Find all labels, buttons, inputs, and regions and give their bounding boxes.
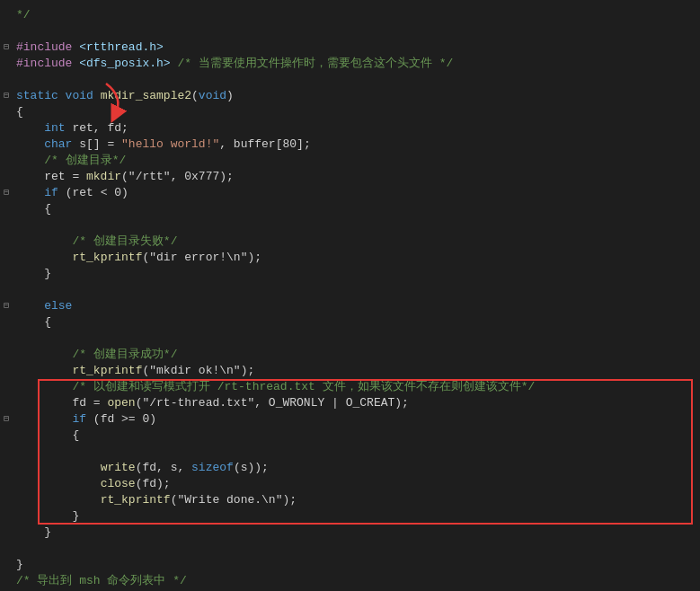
fold-icon[interactable] [0,444,13,445]
fold-icon[interactable] [0,541,13,542]
fold-icon[interactable] [0,120,13,122]
fold-icon[interactable]: ⊟ [0,411,13,424]
code-content: rt_kprintf("mkdir ok!\n"); [13,363,700,379]
code-content: /* 以创建和读写模式打开 /rt-thread.txt 文件，如果该文件不存在… [13,379,700,395]
code-line [0,282,700,298]
code-line: rt_kprintf("Write done.\n"); [0,492,700,508]
code-editor: */ ⊟#include <rtthread.h>#include <dfs_p… [0,0,700,591]
code-line: { [0,201,700,217]
code-line: } [0,557,700,573]
code-line: } [0,525,700,541]
code-content: if (fd >= 0) [13,411,700,428]
code-line: /* 以创建和读写模式打开 /rt-thread.txt 文件，如果该文件不存在… [0,379,700,395]
code-content [13,331,700,347]
fold-icon[interactable] [0,56,13,57]
code-content: { [13,314,700,331]
fold-icon[interactable] [0,169,13,171]
code-content: int ret, fd; [13,120,700,137]
fold-icon[interactable] [0,347,13,348]
code-line [0,72,700,88]
fold-icon[interactable] [0,460,13,462]
code-content [13,23,700,40]
fold-icon[interactable] [0,250,13,251]
fold-icon[interactable] [0,153,13,154]
fold-icon[interactable] [0,476,13,478]
code-line: { [0,104,700,120]
fold-icon[interactable] [0,104,13,106]
fold-icon[interactable] [0,573,13,575]
code-line: rt_kprintf("dir error!\n"); [0,250,700,266]
code-line: ⊟ if (fd >= 0) [0,411,700,428]
fold-icon[interactable] [0,217,13,219]
code-content: /* 创建目录*/ [13,153,700,169]
code-line: fd = open("/rt-thread.txt", O_WRONLY | O… [0,395,700,411]
code-content: rt_kprintf("Write done.\n"); [13,492,700,508]
code-line: /* 创建目录失败*/ [0,234,700,250]
fold-icon[interactable] [0,331,13,332]
code-line: ret = mkdir("/rtt", 0x777); [0,169,700,185]
code-line: { [0,314,700,331]
fold-icon[interactable] [0,314,13,316]
fold-icon[interactable]: ⊟ [0,40,13,52]
code-content: if (ret < 0) [13,185,700,201]
code-content: } [13,525,700,541]
fold-icon[interactable] [0,428,13,429]
code-content: fd = open("/rt-thread.txt", O_WRONLY | O… [13,395,700,411]
fold-icon[interactable] [0,23,13,25]
fold-icon[interactable] [0,137,13,138]
code-content: { [13,104,700,120]
fold-icon[interactable]: ⊟ [0,185,13,198]
code-content: ret = mkdir("/rtt", 0x777); [13,169,700,185]
code-line: /* 导出到 msh 命令列表中 */ [0,573,700,589]
code-content: */ [13,7,700,23]
code-content: #include <dfs_posix.h> /* 当需要使用文件操作时，需要包… [13,56,700,72]
code-line: /* 创建目录成功*/ [0,347,700,363]
code-line: } [0,508,700,525]
code-content: /* 创建目录失败*/ [13,234,700,250]
code-content: /* 导出到 msh 命令列表中 */ [13,573,700,589]
fold-icon[interactable] [0,201,13,203]
fold-icon[interactable] [0,557,13,559]
fold-icon[interactable]: ⊟ [0,298,13,311]
code-content: { [13,201,700,217]
code-content: rt_kprintf("dir error!\n"); [13,250,700,266]
code-line: ⊟static void mkdir_sample2(void) [0,88,700,104]
code-content: /* 创建目录成功*/ [13,347,700,363]
fold-icon[interactable] [0,282,13,284]
code-lines: */ ⊟#include <rtthread.h>#include <dfs_p… [0,7,700,591]
code-content: } [13,557,700,573]
fold-icon[interactable] [0,363,13,365]
code-content: else [13,298,700,314]
code-line [0,217,700,234]
code-line: } [0,266,700,282]
code-content [13,541,700,557]
code-line [0,23,700,40]
fold-icon[interactable] [0,395,13,397]
code-content: static void mkdir_sample2(void) [13,88,700,104]
fold-icon[interactable] [0,379,13,381]
code-content [13,217,700,234]
code-content: } [13,508,700,525]
fold-icon[interactable] [0,492,13,494]
code-line: ⊟ if (ret < 0) [0,185,700,201]
code-content: close(fd); [13,476,700,492]
code-content: } [13,266,700,282]
fold-icon[interactable] [0,7,13,9]
fold-icon[interactable]: ⊟ [0,88,13,101]
fold-icon[interactable] [0,72,13,74]
code-content: #include <rtthread.h> [13,40,700,56]
code-line: write(fd, s, sizeof(s)); [0,460,700,476]
code-content: char s[] = "hello world!", buffer[80]; [13,137,700,153]
code-content: write(fd, s, sizeof(s)); [13,460,700,476]
fold-icon[interactable] [0,525,13,526]
code-line: close(fd); [0,476,700,492]
code-line [0,541,700,557]
code-line: ⊟#include <rtthread.h> [0,40,700,56]
fold-icon[interactable] [0,508,13,510]
code-content [13,444,700,460]
code-line: char s[] = "hello world!", buffer[80]; [0,137,700,153]
fold-icon[interactable] [0,266,13,268]
fold-icon[interactable] [0,234,13,235]
code-line: int ret, fd; [0,120,700,137]
code-line: rt_kprintf("mkdir ok!\n"); [0,363,700,379]
